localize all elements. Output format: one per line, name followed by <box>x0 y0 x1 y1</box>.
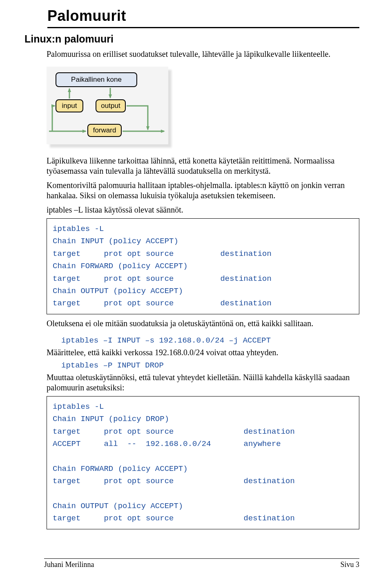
code-box-iptables-after: iptables -L Chain INPUT (policy DROP) ta… <box>47 396 359 529</box>
command-input-drop: iptables –P INPUT DROP <box>61 361 359 370</box>
section-heading: Linux:n palomuuri <box>24 33 359 45</box>
node-local-machine: Paikallinen kone <box>56 72 137 87</box>
paragraph-default-allow: Oletuksena ei ole mitään suodatuksia ja … <box>47 318 359 329</box>
title-wrap: Palomuurit <box>47 7 359 28</box>
diagram-container: Paikallinen kone input output forward <box>47 67 168 144</box>
firewall-diagram: Paikallinen kone input output forward <box>47 67 168 144</box>
arrow-output-to-right <box>127 106 148 130</box>
paragraph-accept-explain: Määrittelee, että kaikki verkossa 192.16… <box>47 347 359 358</box>
paragraph-drop-explain: Muuttaa oletuskäytännöksi, että tulevat … <box>47 372 359 393</box>
page-title: Palomuurit <box>47 7 359 25</box>
footer-page-number: Sivu 3 <box>340 560 359 569</box>
intro-paragraph: Palomuurissa on erilliset suodatukset tu… <box>47 49 359 59</box>
paragraph-throughput: Läpikulkeva liikenne tarkoittaa lähinnä,… <box>47 156 359 176</box>
page: Palomuurit Linux:n palomuuri Palomuuriss… <box>0 0 392 578</box>
footer-author: Juhani Merilinna <box>44 560 94 569</box>
node-output: output <box>96 99 126 112</box>
command-accept-subnet: iptables –I INPUT –s 192.168.0.0/24 –j A… <box>61 336 359 345</box>
paragraph-iptables-list: iptables –L listaa käytössä olevat säänn… <box>47 205 359 215</box>
title-underline <box>47 27 359 28</box>
arrow-branch-to-input <box>52 106 55 131</box>
paragraph-iptables-intro: Komentoriviltä palomuuria hallitaan ipta… <box>47 180 359 201</box>
node-forward: forward <box>87 124 122 137</box>
node-input: input <box>56 99 83 112</box>
code-box-iptables-default: iptables -L Chain INPUT (policy ACCEPT) … <box>47 218 359 314</box>
content: Linux:n palomuuri Palomuurissa on erilli… <box>24 33 359 529</box>
page-footer: Juhani Merilinna Sivu 3 <box>44 558 359 569</box>
code-text-default: iptables -L Chain INPUT (policy ACCEPT) … <box>53 223 353 310</box>
footer-line: Juhani Merilinna Sivu 3 <box>44 558 359 569</box>
code-text-after: iptables -L Chain INPUT (policy DROP) ta… <box>53 401 353 525</box>
